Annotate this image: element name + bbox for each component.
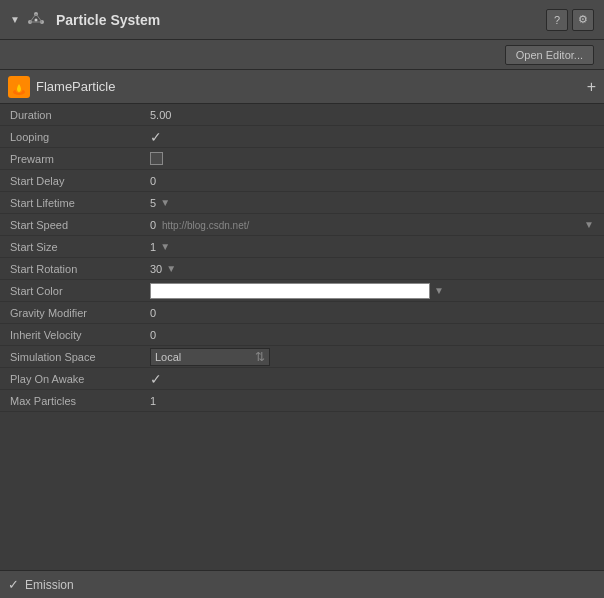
prop-value-looping[interactable]: ✓	[150, 129, 594, 145]
prop-row-simulation_space: Simulation SpaceLocal⇅	[0, 346, 604, 368]
prop-value-gravity_modifier: 0	[150, 307, 594, 319]
dropdown-arrow-start_rotation[interactable]: ▼	[166, 263, 176, 274]
open-editor-button[interactable]: Open Editor...	[505, 45, 594, 65]
checkbox-looping[interactable]: ✓	[150, 129, 162, 145]
emission-label: Emission	[25, 578, 74, 592]
value-start_rotation: 30	[150, 263, 162, 275]
emission-checkbox[interactable]: ✓	[8, 577, 19, 592]
prop-label-start_speed: Start Speed	[10, 219, 150, 231]
select-value-simulation_space: Local	[155, 351, 181, 363]
color-swatch-container[interactable]: ▼	[150, 283, 594, 299]
prop-value-start_color[interactable]: ▼	[150, 283, 594, 299]
prop-label-start_delay: Start Delay	[10, 175, 150, 187]
collapse-arrow[interactable]: ▼	[10, 14, 20, 25]
value-start_delay: 0	[150, 175, 156, 187]
checkbox-play_on_awake[interactable]: ✓	[150, 371, 162, 387]
panel-header: ▼ Particle System ? ⚙	[0, 0, 604, 40]
prop-row-start_color: Start Color▼	[0, 280, 604, 302]
dropdown-arrow-start_color[interactable]: ▼	[434, 285, 444, 296]
prop-value-play_on_awake[interactable]: ✓	[150, 371, 594, 387]
value-start_speed: 0	[150, 219, 156, 231]
help-button[interactable]: ?	[546, 9, 568, 31]
prop-label-start_rotation: Start Rotation	[10, 263, 150, 275]
prop-value-start_lifetime[interactable]: 5 ▼	[150, 197, 594, 209]
particle-icon	[24, 8, 48, 32]
component-name: FlameParticle	[36, 79, 587, 94]
dropdown-arrow-start_speed[interactable]: ▼	[584, 219, 594, 230]
value-start_lifetime: 5	[150, 197, 156, 209]
prop-label-looping: Looping	[10, 131, 150, 143]
prop-row-start_rotation: Start Rotation30 ▼	[0, 258, 604, 280]
prop-value-start_speed[interactable]: 0http://blog.csdn.net/▼	[150, 219, 594, 231]
dropdown-arrow-start_lifetime[interactable]: ▼	[160, 197, 170, 208]
prop-label-start_lifetime: Start Lifetime	[10, 197, 150, 209]
prop-value-inherit_velocity: 0	[150, 329, 594, 341]
color-swatch-start_color[interactable]	[150, 283, 430, 299]
emission-section[interactable]: ✓ Emission	[0, 570, 604, 598]
prop-row-play_on_awake: Play On Awake✓	[0, 368, 604, 390]
checkbox-prewarm[interactable]	[150, 152, 163, 165]
prop-value-start_rotation[interactable]: 30 ▼	[150, 263, 594, 275]
prop-row-max_particles: Max Particles1	[0, 390, 604, 412]
component-header: FlameParticle +	[0, 70, 604, 104]
properties-panel: Duration5.00Looping✓PrewarmStart Delay0S…	[0, 104, 604, 412]
prop-label-inherit_velocity: Inherit Velocity	[10, 329, 150, 341]
value-duration: 5.00	[150, 109, 171, 121]
value-max_particles: 1	[150, 395, 156, 407]
flame-icon	[8, 76, 30, 98]
prop-row-start_speed: Start Speed0http://blog.csdn.net/▼	[0, 214, 604, 236]
prop-row-inherit_velocity: Inherit Velocity0	[0, 324, 604, 346]
prop-value-simulation_space[interactable]: Local⇅	[150, 348, 594, 366]
prop-label-gravity_modifier: Gravity Modifier	[10, 307, 150, 319]
svg-point-3	[34, 18, 37, 21]
header-buttons: ? ⚙	[546, 9, 594, 31]
prop-value-start_delay: 0	[150, 175, 594, 187]
value-gravity_modifier: 0	[150, 307, 156, 319]
select-simulation_space[interactable]: Local⇅	[150, 348, 270, 366]
panel-title: Particle System	[56, 12, 546, 28]
add-component-button[interactable]: +	[587, 78, 596, 96]
watermark-text: http://blog.csdn.net/	[162, 219, 249, 230]
prop-value-prewarm[interactable]	[150, 152, 594, 165]
prop-label-start_color: Start Color	[10, 285, 150, 297]
settings-button[interactable]: ⚙	[572, 9, 594, 31]
prop-label-simulation_space: Simulation Space	[10, 351, 150, 363]
prop-row-looping: Looping✓	[0, 126, 604, 148]
dropdown-arrow-start_size[interactable]: ▼	[160, 241, 170, 252]
prop-label-max_particles: Max Particles	[10, 395, 150, 407]
prop-row-start_size: Start Size1 ▼	[0, 236, 604, 258]
prop-value-start_size[interactable]: 1 ▼	[150, 241, 594, 253]
value-start_size: 1	[150, 241, 156, 253]
prop-row-start_lifetime: Start Lifetime5 ▼	[0, 192, 604, 214]
prop-row-gravity_modifier: Gravity Modifier0	[0, 302, 604, 324]
prop-value-max_particles: 1	[150, 395, 594, 407]
toolbar: Open Editor...	[0, 40, 604, 70]
prop-label-prewarm: Prewarm	[10, 153, 150, 165]
prop-value-duration: 5.00	[150, 109, 594, 121]
value-inherit_velocity: 0	[150, 329, 156, 341]
prop-row-duration: Duration5.00	[0, 104, 604, 126]
prop-label-duration: Duration	[10, 109, 150, 121]
prop-label-play_on_awake: Play On Awake	[10, 373, 150, 385]
prop-row-start_delay: Start Delay0	[0, 170, 604, 192]
select-arrows-simulation_space[interactable]: ⇅	[255, 350, 265, 364]
prop-label-start_size: Start Size	[10, 241, 150, 253]
prop-row-prewarm: Prewarm	[0, 148, 604, 170]
